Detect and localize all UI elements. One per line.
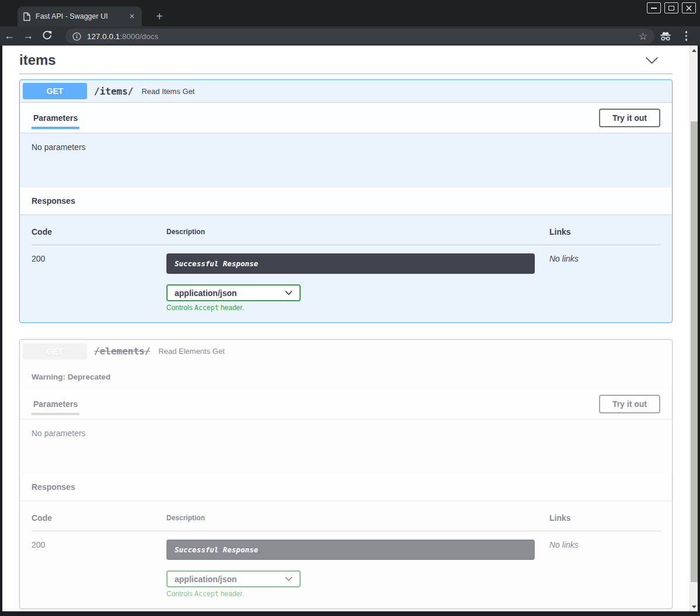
page-scrollbar[interactable]: [689, 46, 698, 611]
media-type-select[interactable]: application/json: [166, 570, 301, 587]
try-it-out-button[interactable]: Try it out: [599, 395, 660, 413]
tab-parameters[interactable]: Parameters: [32, 113, 79, 123]
scrollbar-down-arrow-icon[interactable]: [690, 602, 698, 611]
parameters-header: Parameters Try it out: [20, 103, 672, 133]
tab-close-icon[interactable]: ✕: [128, 12, 136, 20]
scrollbar-thumb[interactable]: [691, 121, 698, 582]
url-bar[interactable]: 127.0.0.1:8000/docs ☆: [65, 29, 654, 44]
links-value: No links: [549, 540, 579, 549]
responses-header: Responses: [20, 187, 672, 214]
bookmark-star-icon[interactable]: ☆: [639, 32, 647, 41]
active-tab-underline: [32, 413, 79, 415]
reload-icon[interactable]: [37, 26, 56, 47]
tab-parameters[interactable]: Parameters: [32, 399, 79, 409]
forward-icon[interactable]: →: [19, 26, 37, 46]
links-value: No links: [549, 254, 579, 263]
url-text[interactable]: 127.0.0.1:8000/docs: [87, 32, 158, 41]
no-parameters-text: No parameters: [32, 142, 86, 152]
col-header-links: Links: [549, 227, 660, 245]
info-icon[interactable]: [72, 32, 81, 41]
media-type-select[interactable]: application/json: [166, 284, 301, 301]
url-host: 127.0.0.1: [87, 32, 120, 41]
responses-table: Code Description Links 200 Successful Re…: [32, 227, 660, 312]
opblock-get-elements-deprecated: GET /elements/ Read Elements Get Warning…: [19, 339, 673, 609]
parameters-header: Parameters Try it out: [20, 389, 672, 419]
window-controls: [647, 2, 696, 13]
browser-toolbar: ← → 127.0.0.1:8000/docs ☆: [0, 26, 700, 46]
maximize-icon[interactable]: [664, 2, 678, 13]
swagger-page: items GET /items/ Read Items Get Paramet…: [2, 46, 698, 611]
method-badge: GET: [23, 83, 87, 99]
kebab-menu-icon[interactable]: [685, 31, 688, 41]
accept-header-note: Controls Accept header.: [166, 304, 549, 312]
col-header-links: Links: [549, 513, 660, 531]
response-row: 200 Successful Response application/json…: [32, 531, 660, 598]
opblock-get-items: GET /items/ Read Items Get Parameters Tr…: [19, 79, 673, 323]
response-description: Successful Response: [166, 253, 535, 274]
section-divider: [19, 74, 673, 74]
try-it-out-button[interactable]: Try it out: [599, 109, 660, 127]
accept-header-note: Controls Accept header.: [166, 590, 549, 598]
col-header-description: Description: [166, 513, 549, 531]
media-type-value: application/json: [175, 288, 237, 298]
parameters-body: No parameters: [20, 133, 672, 187]
minimize-icon[interactable]: [647, 2, 661, 13]
close-icon[interactable]: [682, 2, 696, 13]
url-path: :8000/docs: [120, 32, 158, 41]
endpoint-summary: Read Items Get: [141, 87, 194, 96]
opblock-summary[interactable]: GET /items/ Read Items Get: [20, 80, 672, 103]
status-code: 200: [32, 254, 45, 263]
status-code: 200: [32, 540, 45, 549]
no-parameters-text: No parameters: [32, 429, 86, 438]
responses-title: Responses: [32, 196, 75, 206]
browser-tab[interactable]: Fast API - Swagger UI ✕: [18, 6, 142, 26]
responses-header: Responses: [20, 474, 672, 500]
incognito-icon: [659, 32, 672, 43]
response-description: Successful Response: [166, 540, 535, 560]
back-icon[interactable]: ←: [0, 26, 19, 46]
opblock-summary[interactable]: GET /elements/ Read Elements Get: [20, 340, 672, 363]
col-header-code: Code: [32, 513, 166, 531]
parameters-body: No parameters: [20, 419, 672, 474]
responses-table: Code Description Links 200 Successful Re…: [32, 513, 660, 598]
media-type-value: application/json: [175, 575, 237, 584]
col-header-code: Code: [32, 227, 166, 245]
select-chevron-icon: [285, 291, 292, 295]
responses-body: Code Description Links 200 Successful Re…: [20, 214, 672, 322]
scrollbar-up-arrow-icon[interactable]: [690, 46, 698, 55]
chevron-down-icon[interactable]: [645, 57, 659, 64]
endpoint-path[interactable]: /elements/: [94, 346, 150, 357]
new-tab-button[interactable]: +: [151, 6, 168, 26]
swagger-content: items GET /items/ Read Items Get Paramet…: [19, 46, 673, 609]
response-row: 200 Successful Response application/json…: [32, 245, 660, 312]
select-chevron-icon: [285, 577, 292, 582]
section-title: items: [19, 52, 56, 68]
method-badge: GET: [23, 343, 87, 360]
active-tab-underline: [32, 127, 79, 129]
tag-section-header[interactable]: items: [19, 46, 673, 68]
responses-title: Responses: [32, 482, 75, 492]
responses-body: Code Description Links 200 Successful Re…: [20, 500, 672, 608]
tab-title: Fast API - Swagger UI: [36, 12, 128, 20]
deprecated-warning: Warning: Deprecated: [20, 363, 672, 389]
document-icon: [23, 12, 30, 21]
col-header-description: Description: [166, 227, 549, 245]
browser-tabstrip: Fast API - Swagger UI ✕ +: [0, 0, 700, 26]
endpoint-summary: Read Elements Get: [158, 347, 224, 356]
endpoint-path[interactable]: /items/: [94, 86, 133, 97]
